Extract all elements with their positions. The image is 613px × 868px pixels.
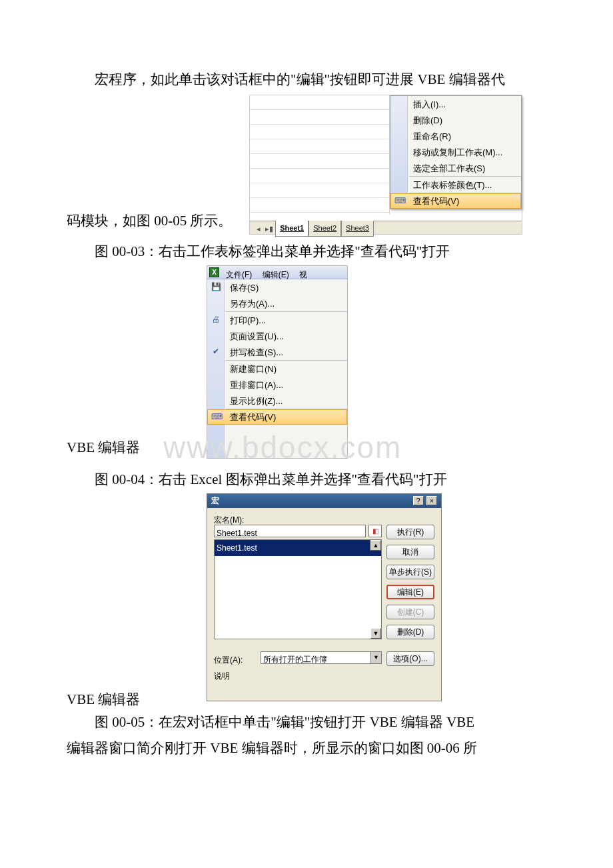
text: 宏程序，如此单击该对话框中的"编辑"按钮即可进展 [95, 71, 417, 87]
refedit-icon: ◧ [372, 527, 378, 535]
spreadsheet-grid [250, 95, 390, 214]
menu-label: 拼写检查(S)... [230, 347, 283, 357]
text-en: VBE [446, 714, 474, 730]
menu-label: 打印(P)... [230, 315, 266, 325]
text-en: VBE [210, 740, 238, 756]
macroname-input[interactable]: Sheet1.test [214, 525, 366, 537]
figure-5-prefix: VBE 编辑器 [67, 687, 140, 713]
run-button[interactable]: 执行(R) [386, 525, 434, 539]
text: 码模块，如图 00-05 所示。 [67, 213, 233, 229]
menu-item-pagesetup[interactable]: 页面设置(U)... [207, 328, 347, 344]
text: 编辑器窗口简介刚打开 [67, 740, 210, 756]
menu-item-arrangewindow[interactable]: 重排窗口(A)... [207, 377, 347, 393]
text: 编辑器 [398, 714, 447, 730]
scroll-down-button[interactable]: ▼ [370, 628, 381, 639]
text: 编辑器 [95, 439, 140, 455]
menu-item-spellcheck[interactable]: ✔ 拼写检查(S)... [207, 344, 347, 360]
sheet-tab-3[interactable]: Sheet3 [341, 221, 374, 237]
sheet-tabs-bar: ◂ ▸▮ Sheet1Sheet2Sheet3 [250, 221, 522, 234]
menu-item-selectall[interactable]: 选定全部工作表(S) [390, 160, 521, 176]
menu-item-viewcode[interactable]: ⌨ 查看代码(V) [207, 409, 347, 425]
menubar: 文件(F) 编辑(E) 视 [207, 266, 347, 279]
cancel-button[interactable]: 取消 [386, 545, 434, 559]
text-en: VBE [417, 71, 445, 87]
menu-item-saveas[interactable]: 另存为(A)... [207, 295, 347, 311]
figure-4-prefix: VBE 编辑器 [67, 435, 140, 461]
menu-item-viewcode[interactable]: ⌨ 查看代码(V) [390, 193, 521, 209]
context-menu: 插入(I)... 删除(D) 重命名(R) 移动或复制工作表(M)... 选定全… [390, 95, 522, 209]
figure-5-caption-line2: 编辑器窗口简介刚打开 VBE 编辑器时，所显示的窗口如图 00-06 所 [67, 735, 546, 762]
create-button: 创建(C) [386, 605, 434, 619]
location-label: 位置(A): [214, 653, 243, 668]
dialog-title: 宏 [211, 493, 219, 509]
code-icon: ⌨ [394, 195, 405, 206]
location-combo[interactable]: 所有打开的工作簿 ▼ [261, 651, 382, 664]
text-en: VBE [67, 439, 95, 455]
help-button[interactable]: ? [413, 496, 424, 505]
menu-item-newwindow[interactable]: 新建窗口(N) [207, 361, 347, 377]
save-icon: 💾 [211, 281, 221, 292]
description-label: 说明 [214, 669, 230, 684]
edit-button[interactable]: 编辑(E) [386, 585, 434, 599]
menu-item-zoom[interactable]: 显示比例(Z)... [207, 393, 347, 409]
tab-nav-first-icon[interactable]: ◂ [254, 222, 263, 236]
macro-listbox[interactable]: Sheet1.test ▲ ▼ [214, 539, 382, 639]
menu-item-tabcolor[interactable]: 工作表标签颜色(T)... [390, 177, 521, 193]
figure-3-caption: 图 00-03：右击工作表标签弹出菜单并选择"查看代码"打开 [67, 239, 546, 265]
menu-item-insert[interactable]: 插入(I)... [390, 96, 521, 112]
figure-4-excel-icon-menu: X 文件(F) 编辑(E) 视 💾 保存(S) 另存为(A)... 🖨 打印(P… [207, 265, 348, 459]
tab-nav-last-icon[interactable]: ▸▮ [265, 222, 273, 236]
scroll-up-button[interactable]: ▲ [370, 540, 381, 551]
text: 编辑器时，所显示的窗口如图 00-06 所 [238, 740, 477, 756]
spellcheck-icon: ✔ [211, 346, 221, 357]
text: 编辑器 [95, 691, 140, 707]
paragraph-line-1: 宏程序，如此单击该对话框中的"编辑"按钮即可进展 VBE 编辑器代 [67, 67, 546, 93]
step-button[interactable]: 单步执行(S) [386, 565, 434, 579]
figure-5-caption: 图 00-05：在宏对话框中单击"编辑"按钮打开 VBE 编辑器 VBE [67, 709, 546, 736]
sheet-tab-1[interactable]: Sheet1 [275, 221, 308, 237]
text: 编辑器代 [445, 71, 504, 87]
menu-label: 保存(S) [230, 283, 259, 293]
list-item[interactable]: Sheet1.test [215, 540, 381, 557]
menu-item-rename[interactable]: 重命名(R) [390, 128, 521, 144]
menu-item-delete[interactable]: 删除(D) [390, 112, 521, 128]
menu-label: 查看代码(V) [413, 196, 459, 206]
figure-4-caption: 图 00-04：右击 Excel 图标弹出菜单并选择"查看代码"打开 [67, 467, 546, 493]
figure-3-sheet-tab-menu: 插入(I)... 删除(D) 重命名(R) 移动或复制工作表(M)... 选定全… [249, 95, 522, 235]
menu-item-movecopy[interactable]: 移动或复制工作表(M)... [390, 144, 521, 160]
menu-item-print[interactable]: 🖨 打印(P)... [207, 312, 347, 328]
code-icon: ⌨ [211, 411, 222, 422]
combo-value: 所有打开的工作簿 [261, 654, 329, 665]
window-buttons: ? × [412, 493, 437, 509]
text: 图 00-05：在宏对话框中单击"编辑"按钮打开 [95, 714, 370, 730]
delete-button[interactable]: 删除(D) [386, 625, 434, 639]
options-button[interactable]: 选项(O)... [386, 651, 434, 666]
sheet-tab-2[interactable]: Sheet2 [308, 221, 341, 237]
chevron-down-icon[interactable]: ▼ [370, 652, 381, 663]
titlebar: 宏 ? × [207, 494, 441, 508]
print-icon: 🖨 [211, 314, 221, 325]
excel-icon[interactable]: X [209, 267, 219, 277]
close-button[interactable]: × [426, 496, 437, 505]
text-en: VBE [370, 714, 398, 730]
menu-item-save[interactable]: 💾 保存(S) [207, 279, 347, 295]
refedit-button[interactable]: ◧ [368, 525, 382, 537]
context-menu: 💾 保存(S) 另存为(A)... 🖨 打印(P)... 页面设置(U)... … [207, 279, 347, 458]
text-en: VBE [67, 691, 95, 707]
menu-label: 查看代码(V) [230, 412, 276, 422]
figure-5-macro-dialog: 宏 ? × 宏名(M): Sheet1.test ◧ Sheet1.test ▲… [207, 493, 442, 701]
